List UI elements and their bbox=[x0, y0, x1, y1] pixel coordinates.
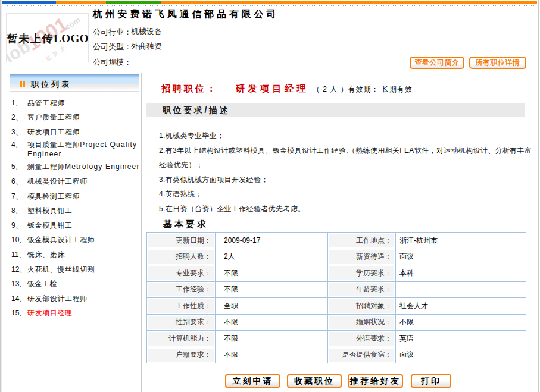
svg-text:.com: .com bbox=[62, 15, 82, 33]
